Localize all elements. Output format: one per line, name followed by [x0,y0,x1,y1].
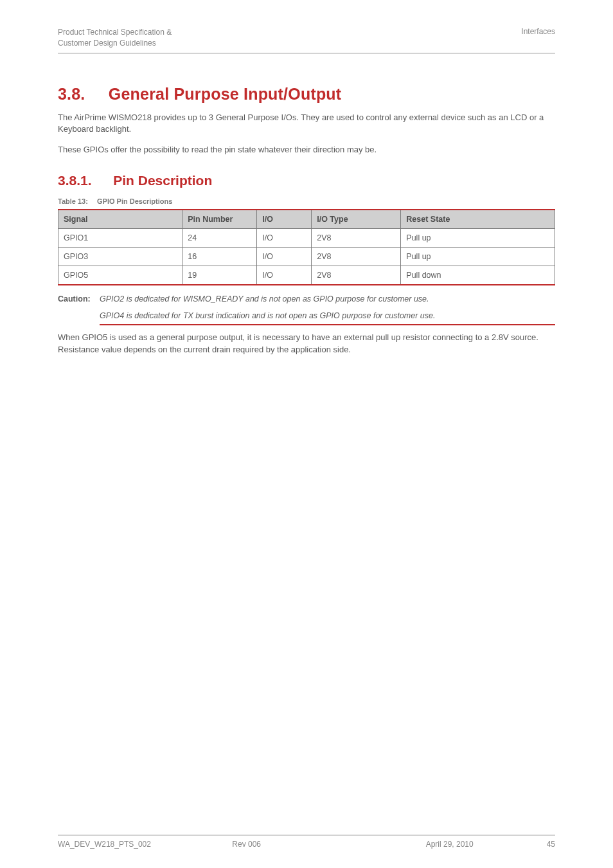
caution-line: Caution: GPIO2 is dedicated for WISMO_RE… [58,291,555,307]
caution-label: Caution: [58,294,100,303]
cell-reset: Pull up [401,248,555,266]
caution-text: GPIO2 is dedicated for WISMO_READY and i… [100,294,555,303]
paragraph: These GPIOs offer the possibility to rea… [58,144,555,156]
footer-date: April 29, 2010 [336,840,529,849]
cell-reset: Pull up [401,229,555,248]
subsection-title: Pin Description [113,173,212,188]
paragraph: The AirPrime WISMO218 provides up to 3 G… [58,112,555,136]
caution-text: GPIO4 is dedicated for TX burst indicati… [100,311,436,320]
section-number: 3.8. [58,85,85,103]
header-left: Product Technical Specification & Custom… [58,27,172,49]
cell-signal: GPIO5 [58,266,182,285]
header-left-line2: Customer Design Guidelines [58,38,172,49]
cell-io: I/O [257,248,312,266]
footer-doc-id: WA_DEV_W218_PTS_002 [58,840,161,849]
table-caption-prefix: Table 13: [58,197,88,205]
cell-io: I/O [257,229,312,248]
header-right: Interfaces [521,27,555,49]
gpio-table: Signal Pin Number I/O I/O Type Reset Sta… [58,209,555,285]
th-io: I/O [257,210,312,229]
header-left-line1: Product Technical Specification & [58,27,172,38]
table-row: GPIO3 16 I/O 2V8 Pull up [58,248,555,266]
footer-rev: Rev 006 [161,840,335,849]
cell-reset: Pull down [401,266,555,285]
table-row: GPIO1 24 I/O 2V8 Pull up [58,229,555,248]
paragraph: When GPIO5 is used as a general purpose … [58,332,555,356]
th-signal: Signal [58,210,182,229]
caution-line: GPIO4 is dedicated for TX burst indicati… [100,307,555,325]
cell-type: 2V8 [312,266,401,285]
subsection-number: 3.8.1. [58,173,92,188]
section-heading-3-8: 3.8. General Purpose Input/Output [58,85,555,104]
page-header: Product Technical Specification & Custom… [58,27,555,54]
cell-pin: 16 [182,248,257,266]
th-pin: Pin Number [182,210,257,229]
table-caption-text: GPIO Pin Descriptions [97,197,172,205]
footer-page: 45 [529,840,555,849]
cell-pin: 19 [182,266,257,285]
th-reset: Reset State [401,210,555,229]
cell-pin: 24 [182,229,257,248]
cell-signal: GPIO1 [58,229,182,248]
cell-signal: GPIO3 [58,248,182,266]
page-footer: WA_DEV_W218_PTS_002 Rev 006 April 29, 20… [58,835,555,849]
cell-io: I/O [257,266,312,285]
table-header-row: Signal Pin Number I/O I/O Type Reset Sta… [58,210,555,229]
cell-type: 2V8 [312,248,401,266]
table-caption: Table 13: GPIO Pin Descriptions [58,197,555,205]
section-heading-3-8-1: 3.8.1. Pin Description [58,173,555,188]
table-row: GPIO5 19 I/O 2V8 Pull down [58,266,555,285]
caution-block: Caution: GPIO2 is dedicated for WISMO_RE… [58,291,555,325]
th-type: I/O Type [312,210,401,229]
cell-type: 2V8 [312,229,401,248]
section-title: General Purpose Input/Output [109,85,342,103]
